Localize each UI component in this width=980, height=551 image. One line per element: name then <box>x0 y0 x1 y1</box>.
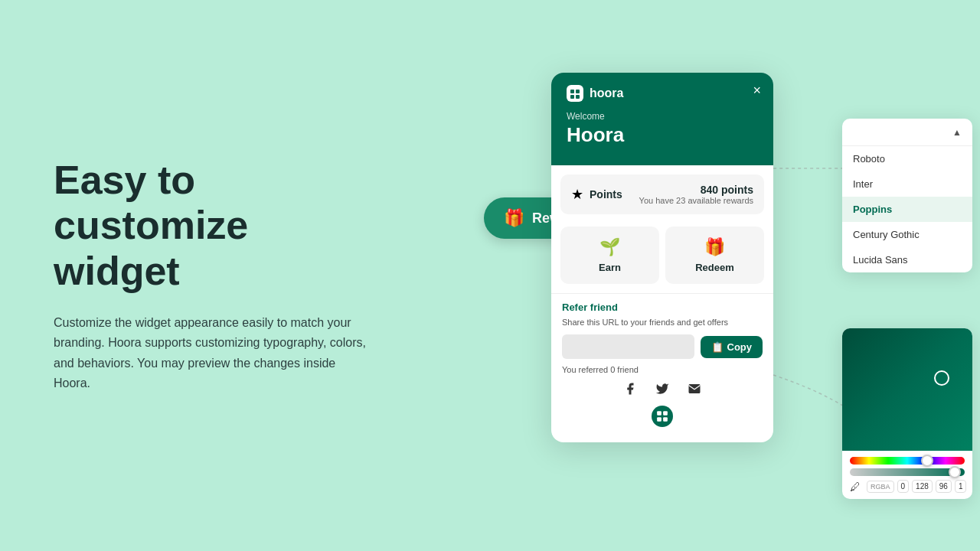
refer-input-row: 📋 Copy <box>562 334 763 359</box>
points-sub: You have 23 available rewards <box>639 196 753 205</box>
referred-text: You referred 0 friend <box>562 365 763 374</box>
social-row <box>562 382 763 399</box>
a-value[interactable]: 1 <box>955 480 967 493</box>
close-button[interactable]: × <box>753 83 761 97</box>
color-picker-panel: 🖊 RGBA 0 128 96 1 <box>842 328 972 499</box>
refer-desc: Share this URL to your friends and get o… <box>562 318 763 327</box>
email-icon[interactable] <box>688 382 701 399</box>
font-option-roboto[interactable]: Roboto <box>842 146 972 171</box>
svg-rect-4 <box>657 411 662 416</box>
earn-button[interactable]: 🌱 Earn <box>560 227 659 284</box>
earn-label: Earn <box>599 262 621 273</box>
left-section: Easy to customize widget Customize the w… <box>0 112 429 440</box>
hoora-logo-svg <box>570 88 580 99</box>
right-section: 🎁 Rewards hoora × Welcome Hoora <box>444 0 980 551</box>
rgba-mode-label[interactable]: RGBA <box>867 481 894 493</box>
rgba-row: 🖊 RGBA 0 128 96 1 <box>850 480 965 493</box>
color-preview-area[interactable] <box>842 328 972 451</box>
redeem-label: Redeem <box>695 262 734 273</box>
action-row: 🌱 Earn 🎁 Redeem <box>551 223 773 293</box>
star-icon: ★ <box>571 186 583 203</box>
svg-rect-1 <box>576 90 580 93</box>
font-option-poppins[interactable]: Poppins <box>842 197 972 222</box>
font-dropdown-header[interactable]: ▲ <box>842 119 972 146</box>
main-heading: Easy to customize widget <box>54 158 375 295</box>
facebook-icon[interactable] <box>623 382 637 399</box>
g-value[interactable]: 128 <box>912 480 933 493</box>
font-dropdown: ▲ Roboto Inter Poppins Century Gothic Lu… <box>842 119 972 272</box>
hoora-small-icon <box>652 406 673 427</box>
hoora-bottom-logo <box>562 406 763 432</box>
hue-thumb <box>921 455 933 467</box>
svg-rect-3 <box>576 95 580 99</box>
earn-icon: 🌱 <box>599 237 620 257</box>
copy-label: Copy <box>727 341 753 353</box>
font-search-input[interactable] <box>853 126 945 138</box>
widget-logo-text: hoora <box>590 86 623 100</box>
points-right: 840 points You have 23 available rewards <box>639 184 753 205</box>
redeem-icon: 🎁 <box>704 237 725 257</box>
copy-icon: 📋 <box>711 341 724 353</box>
points-left: ★ Points <box>571 186 622 203</box>
svg-rect-7 <box>663 417 668 422</box>
points-row: ★ Points 840 points You have 23 availabl… <box>560 174 764 214</box>
points-amount: 840 points <box>639 184 753 196</box>
redeem-button[interactable]: 🎁 Redeem <box>665 227 764 284</box>
body-text: Customize the widget appearance easily t… <box>54 313 375 394</box>
welcome-name: Hoora <box>567 123 758 147</box>
svg-rect-5 <box>663 411 668 416</box>
widget-header: hoora × Welcome Hoora <box>551 73 773 165</box>
copy-button[interactable]: 📋 Copy <box>701 336 763 358</box>
color-sliders: 🖊 RGBA 0 128 96 1 <box>842 451 972 499</box>
refer-url-input[interactable] <box>562 334 694 359</box>
color-cursor <box>934 370 949 386</box>
hue-slider[interactable] <box>850 457 965 465</box>
welcome-label: Welcome <box>567 111 758 122</box>
svg-rect-0 <box>570 90 574 93</box>
refer-section: Refer friend Share this URL to your frie… <box>551 293 773 442</box>
eyedropper-icon[interactable]: 🖊 <box>850 481 861 493</box>
opacity-thumb <box>949 466 961 478</box>
b-value[interactable]: 96 <box>936 480 952 493</box>
widget-card: hoora × Welcome Hoora ★ Points 840 point… <box>551 73 773 442</box>
gift-icon: 🎁 <box>504 208 524 228</box>
chevron-up-icon: ▲ <box>952 127 962 138</box>
svg-rect-2 <box>570 95 574 99</box>
refer-title: Refer friend <box>562 302 763 313</box>
opacity-slider[interactable] <box>850 468 965 476</box>
font-option-lucida-sans[interactable]: Lucida Sans <box>842 247 972 272</box>
logo-icon-container <box>567 85 583 102</box>
r-value[interactable]: 0 <box>897 480 910 493</box>
font-option-inter[interactable]: Inter <box>842 171 972 197</box>
svg-rect-6 <box>657 417 662 422</box>
points-label: Points <box>590 188 622 201</box>
widget-logo: hoora <box>567 85 758 102</box>
font-option-century-gothic[interactable]: Century Gothic <box>842 222 972 247</box>
twitter-icon[interactable] <box>655 382 669 399</box>
